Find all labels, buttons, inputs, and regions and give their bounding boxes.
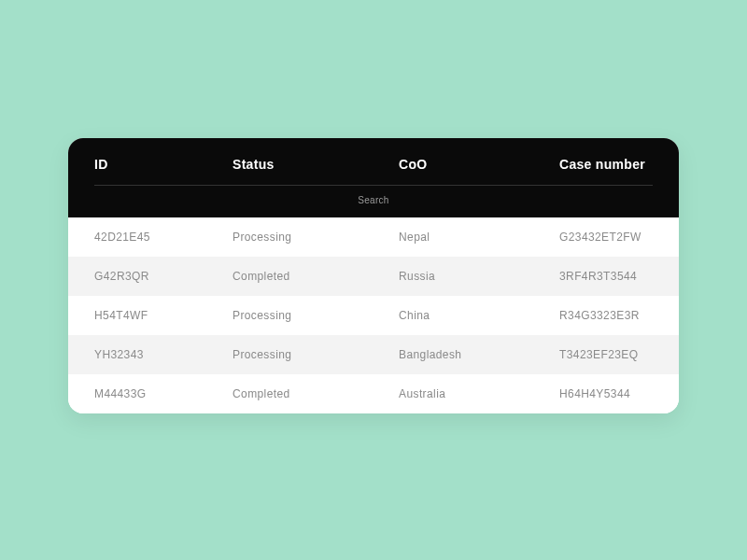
table-row[interactable]: H54T4WF Processing China R34G3323E3R [68, 296, 679, 335]
table-header: ID Status CoO Case number [68, 138, 679, 217]
cell-coo: Australia [399, 387, 559, 400]
search-input[interactable] [94, 195, 653, 205]
cell-status: Processing [233, 309, 399, 322]
column-header-id[interactable]: ID [94, 157, 233, 172]
cell-status: Completed [233, 270, 399, 283]
column-header-case-number[interactable]: Case number [559, 157, 653, 172]
table-body: 42D21E45 Processing Nepal G23432ET2FW G4… [68, 217, 679, 413]
cell-case-number: R34G3323E3R [559, 309, 653, 322]
cell-coo: Russia [399, 270, 559, 283]
cell-case-number: G23432ET2FW [559, 231, 653, 244]
cell-coo: China [399, 309, 559, 322]
data-table-card: ID Status CoO Case number 42D21E45 Proce… [68, 138, 679, 413]
cell-coo: Bangladesh [399, 348, 559, 361]
column-headers-row: ID Status CoO Case number [94, 138, 653, 186]
column-header-coo[interactable]: CoO [399, 157, 559, 172]
cell-id: 42D21E45 [94, 231, 233, 244]
cell-case-number: H64H4Y5344 [559, 387, 653, 400]
cell-id: H54T4WF [94, 309, 233, 322]
cell-status: Processing [233, 231, 399, 244]
cell-id: YH32343 [94, 348, 233, 361]
table-row[interactable]: YH32343 Processing Bangladesh T3423EF23E… [68, 335, 679, 374]
table-row[interactable]: G42R3QR Completed Russia 3RF4R3T3544 [68, 257, 679, 296]
table-row[interactable]: 42D21E45 Processing Nepal G23432ET2FW [68, 217, 679, 257]
table-row[interactable]: M44433G Completed Australia H64H4Y5344 [68, 374, 679, 413]
cell-case-number: T3423EF23EQ [559, 348, 653, 361]
cell-status: Completed [233, 387, 399, 400]
cell-coo: Nepal [399, 231, 559, 244]
cell-id: M44433G [94, 387, 233, 400]
cell-case-number: 3RF4R3T3544 [559, 270, 653, 283]
search-row [94, 186, 653, 217]
cell-id: G42R3QR [94, 270, 233, 283]
cell-status: Processing [233, 348, 399, 361]
column-header-status[interactable]: Status [233, 157, 399, 172]
